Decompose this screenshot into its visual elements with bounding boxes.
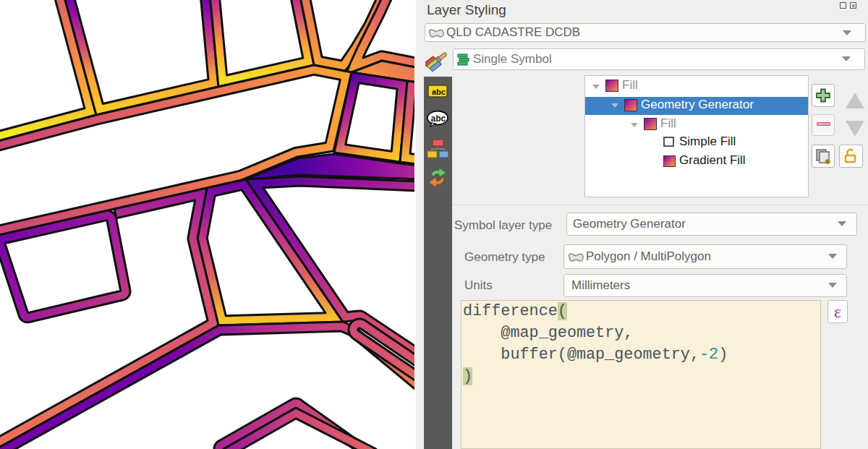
svg-text:abc: abc bbox=[431, 114, 446, 124]
svg-text:✱: ✱ bbox=[825, 158, 831, 166]
svg-text:abc: abc bbox=[432, 87, 446, 96]
